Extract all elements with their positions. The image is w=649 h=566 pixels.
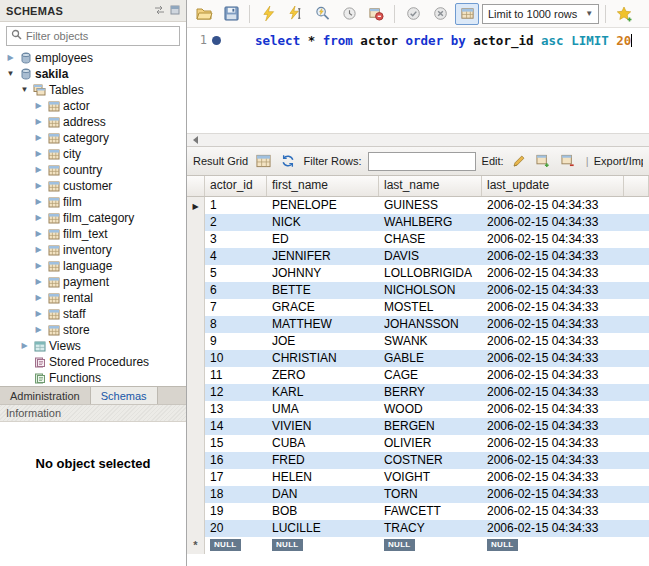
expand-arrow-icon[interactable]: ▶ — [19, 338, 30, 354]
cell-last_name[interactable]: CAGE — [379, 367, 482, 384]
stop-query-button[interactable] — [337, 3, 361, 25]
cell-last_name[interactable]: CHASE — [379, 231, 482, 248]
cell-last_name[interactable]: JOHANSSON — [379, 316, 482, 333]
cell-actor_id[interactable]: 16 — [205, 452, 267, 469]
tree-item-staff[interactable]: ▶staff — [0, 306, 186, 322]
grid-row[interactable]: 3EDCHASE2006-02-15 04:34:33 — [187, 231, 649, 248]
expand-arrow-icon[interactable]: ▶ — [33, 146, 44, 162]
grid-row[interactable]: 19BOBFAWCETT2006-02-15 04:34:33 — [187, 503, 649, 520]
cell-last_update[interactable]: 2006-02-15 04:34:33 — [482, 520, 624, 537]
cell-last_name[interactable]: TORN — [379, 486, 482, 503]
tree-item-rental[interactable]: ▶rental — [0, 290, 186, 306]
cell-actor_id[interactable]: 3 — [205, 231, 267, 248]
tree-item-tables[interactable]: ▼Tables — [0, 82, 186, 98]
sql-code-editor[interactable]: 1 select * from actor order by actor_id … — [187, 28, 649, 133]
expand-arrow-icon[interactable]: ▶ — [33, 130, 44, 146]
expand-arrow-icon[interactable]: ▶ — [33, 226, 44, 242]
cell-null-first_name[interactable]: NULL — [267, 537, 379, 554]
cell-null-last_name[interactable]: NULL — [379, 537, 482, 554]
cell-first_name[interactable]: DAN — [267, 486, 379, 503]
cell-actor_id[interactable]: 4 — [205, 248, 267, 265]
cell-last_name[interactable]: MOSTEL — [379, 299, 482, 316]
tab-administration[interactable]: Administration — [0, 387, 90, 404]
expand-arrow-icon[interactable]: ▶ — [33, 210, 44, 226]
expand-arrow-icon[interactable]: ▶ — [33, 98, 44, 114]
cell-first_name[interactable]: KARL — [267, 384, 379, 401]
cell-first_name[interactable]: JENNIFER — [267, 248, 379, 265]
expand-arrow-icon[interactable]: ▶ — [33, 258, 44, 274]
cell-last_name[interactable]: BERGEN — [379, 418, 482, 435]
grid-row[interactable]: 17HELENVOIGHT2006-02-15 04:34:33 — [187, 469, 649, 486]
cell-first_name[interactable]: MATTHEW — [267, 316, 379, 333]
expand-arrow-icon[interactable]: ▶ — [33, 306, 44, 322]
cell-actor_id[interactable]: 13 — [205, 401, 267, 418]
cell-last_update[interactable]: 2006-02-15 04:34:33 — [482, 401, 624, 418]
result-grid-tab-label[interactable]: Result Grid — [193, 155, 248, 167]
rollback-button[interactable] — [428, 3, 452, 25]
cell-actor_id[interactable]: 14 — [205, 418, 267, 435]
cell-actor_id[interactable]: 19 — [205, 503, 267, 520]
cell-last_update[interactable]: 2006-02-15 04:34:33 — [482, 333, 624, 350]
cell-last_update[interactable]: 2006-02-15 04:34:33 — [482, 350, 624, 367]
tree-item-country[interactable]: ▶country — [0, 162, 186, 178]
cell-last_name[interactable]: GABLE — [379, 350, 482, 367]
filter-objects-input[interactable] — [26, 30, 175, 42]
column-header-last_name[interactable]: last_name — [379, 176, 482, 196]
cell-last_update[interactable]: 2006-02-15 04:34:33 — [482, 486, 624, 503]
cell-actor_id[interactable]: 11 — [205, 367, 267, 384]
cell-last_update[interactable]: 2006-02-15 04:34:33 — [482, 384, 624, 401]
cell-first_name[interactable]: JOE — [267, 333, 379, 350]
cell-first_name[interactable]: JOHNNY — [267, 265, 379, 282]
grid-row[interactable]: 9JOESWANK2006-02-15 04:34:33 — [187, 333, 649, 350]
refresh-schemas-icon[interactable] — [154, 4, 165, 18]
column-header-last_update[interactable]: last_update — [482, 176, 624, 196]
cell-actor_id[interactable]: 15 — [205, 435, 267, 452]
cell-last_update[interactable]: 2006-02-15 04:34:33 — [482, 435, 624, 452]
delete-row-button[interactable] — [559, 151, 578, 171]
cell-actor_id[interactable]: 10 — [205, 350, 267, 367]
cell-first_name[interactable]: CUBA — [267, 435, 379, 452]
expand-arrow-icon[interactable]: ▶ — [33, 194, 44, 210]
execute-query-button[interactable] — [256, 3, 280, 25]
expand-arrow-icon[interactable]: ▶ — [5, 50, 16, 66]
cell-first_name[interactable]: UMA — [267, 401, 379, 418]
column-header-first_name[interactable]: first_name — [267, 176, 379, 196]
filter-rows-input[interactable] — [368, 152, 476, 171]
tree-item-film_text[interactable]: ▶film_text — [0, 226, 186, 242]
cell-first_name[interactable]: GRACE — [267, 299, 379, 316]
tree-item-actor[interactable]: ▶actor — [0, 98, 186, 114]
grid-row[interactable]: ▶1PENELOPEGUINESS2006-02-15 04:34:33 — [187, 197, 649, 214]
cell-last_update[interactable]: 2006-02-15 04:34:33 — [482, 316, 624, 333]
expand-arrow-icon[interactable]: ▶ — [33, 290, 44, 306]
cell-actor_id[interactable]: 17 — [205, 469, 267, 486]
cell-null-last_update[interactable]: NULL — [482, 537, 624, 554]
cell-actor_id[interactable]: 8 — [205, 316, 267, 333]
export-import-label[interactable]: Export/Imp — [594, 155, 643, 167]
cell-last_name[interactable]: VOIGHT — [379, 469, 482, 486]
cell-last_name[interactable]: FAWCETT — [379, 503, 482, 520]
cell-last_name[interactable]: TRACY — [379, 520, 482, 537]
scroll-left-button[interactable] — [187, 134, 203, 146]
cell-last_update[interactable]: 2006-02-15 04:34:33 — [482, 248, 624, 265]
tree-item-stored-procedures[interactable]: Stored Procedures — [0, 354, 186, 370]
grid-row[interactable]: 2NICKWAHLBERG2006-02-15 04:34:33 — [187, 214, 649, 231]
tree-item-store[interactable]: ▶store — [0, 322, 186, 338]
cell-actor_id[interactable]: 7 — [205, 299, 267, 316]
expand-arrow-icon[interactable]: ▶ — [33, 322, 44, 338]
save-snippet-button[interactable] — [612, 3, 636, 25]
cell-last_name[interactable]: GUINESS — [379, 197, 482, 214]
cell-first_name[interactable]: LUCILLE — [267, 520, 379, 537]
tree-item-language[interactable]: ▶language — [0, 258, 186, 274]
save-button[interactable] — [219, 3, 243, 25]
grid-row[interactable]: 12KARLBERRY2006-02-15 04:34:33 — [187, 384, 649, 401]
cell-first_name[interactable]: CHRISTIAN — [267, 350, 379, 367]
limit-rows-dropdown[interactable]: Limit to 1000 rows ▼ — [482, 4, 599, 24]
cell-first_name[interactable]: PENELOPE — [267, 197, 379, 214]
explain-query-button[interactable] — [310, 3, 334, 25]
grid-row[interactable]: 18DANTORN2006-02-15 04:34:33 — [187, 486, 649, 503]
cell-last_update[interactable]: 2006-02-15 04:34:33 — [482, 418, 624, 435]
tree-item-sakila[interactable]: ▼sakila — [0, 66, 186, 82]
cell-actor_id[interactable]: 18 — [205, 486, 267, 503]
tree-item-functions[interactable]: Functions — [0, 370, 186, 386]
grid-row[interactable]: 10CHRISTIANGABLE2006-02-15 04:34:33 — [187, 350, 649, 367]
